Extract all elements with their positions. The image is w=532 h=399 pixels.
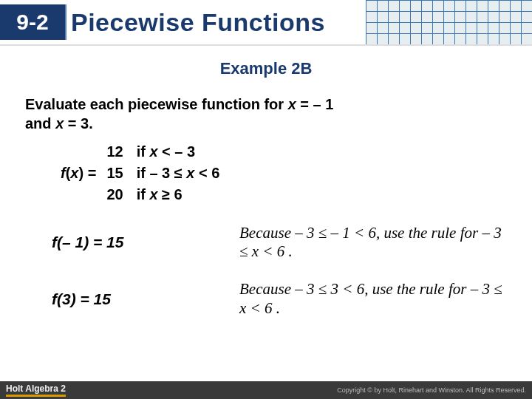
eval-right-1: Because – 3 ≤ 3 < 6, use the rule for – …: [239, 280, 507, 317]
value-1: 15: [106, 163, 123, 183]
value-0: 12: [106, 142, 123, 162]
eval-left-0-text: f(– 1) = 15: [52, 233, 123, 250]
prompt-d: = 3.: [64, 115, 92, 132]
eval-right-0-text: Because – 3 ≤ – 1 < 6, use the rule for …: [239, 224, 502, 260]
content: Evaluate each piecewise function for x =…: [0, 78, 532, 318]
prompt-x2: x: [55, 115, 64, 132]
evaluations: f(– 1) = 15 Because – 3 ≤ – 1 < 6, use t…: [25, 224, 507, 318]
eval-right-0: Because – 3 ≤ – 1 < 6, use the rule for …: [239, 224, 507, 261]
example-label: Example 2B: [0, 59, 532, 78]
prompt-x1: x: [288, 96, 296, 112]
prompt-c: and: [25, 115, 55, 132]
eval-row-1: f(3) = 15 Because – 3 ≤ 3 < 6, use the r…: [25, 280, 507, 317]
value-2: 20: [106, 185, 123, 205]
footer-copyright: Copyright © by Holt, Rinehart and Winsto…: [337, 386, 526, 394]
header-grid-decoration: [366, 0, 532, 44]
lhs-x: x: [70, 165, 78, 181]
condition-column: if x < – 3 if – 3 ≤ x < 6 if x ≥ 6: [137, 142, 220, 205]
footer: Holt Algebra 2 Copyright © by Holt, Rine…: [0, 381, 532, 399]
lesson-number-badge: 9-2: [0, 4, 66, 40]
cond-0-text: if x < – 3: [137, 143, 196, 160]
lesson-title: Piecewise Functions: [71, 4, 325, 40]
value-column: 12 15 20: [106, 142, 123, 205]
function-definition: f(x) = 12 15 20 if x < – 3 if – 3 ≤ x < …: [25, 142, 507, 205]
piecewise-pieces: 12 15 20 if x < – 3 if – 3 ≤ x < 6 if x …: [100, 142, 219, 205]
lhs-close: ) =: [78, 165, 96, 181]
eval-left-0: f(– 1) = 15: [25, 233, 239, 251]
footer-left: Holt Algebra 2: [6, 383, 66, 397]
eval-left-1: f(3) = 15: [25, 290, 239, 308]
header: 9-2 Piecewise Functions: [0, 0, 532, 46]
cond-1-text: if – 3 ≤ x < 6: [137, 165, 220, 181]
eval-row-0: f(– 1) = 15 Because – 3 ≤ – 1 < 6, use t…: [25, 224, 507, 261]
prompt-a: Evaluate each piecewise function for: [25, 96, 288, 112]
eval-left-1-text: f(3) = 15: [52, 290, 111, 307]
cond-1: if – 3 ≤ x < 6: [137, 163, 220, 183]
cond-2-text: if x ≥ 6: [137, 186, 183, 202]
prompt-b: = – 1: [296, 96, 334, 112]
prompt-text: Evaluate each piecewise function for x =…: [25, 95, 507, 133]
footer-textbook: Holt Algebra 2: [6, 383, 66, 397]
eval-right-1-text: Because – 3 ≤ 3 < 6, use the rule for – …: [239, 280, 502, 316]
function-lhs: f(x) =: [25, 165, 100, 182]
lhs-f: f: [61, 165, 66, 181]
cond-0: if x < – 3: [137, 142, 220, 162]
cond-2: if x ≥ 6: [137, 185, 220, 205]
